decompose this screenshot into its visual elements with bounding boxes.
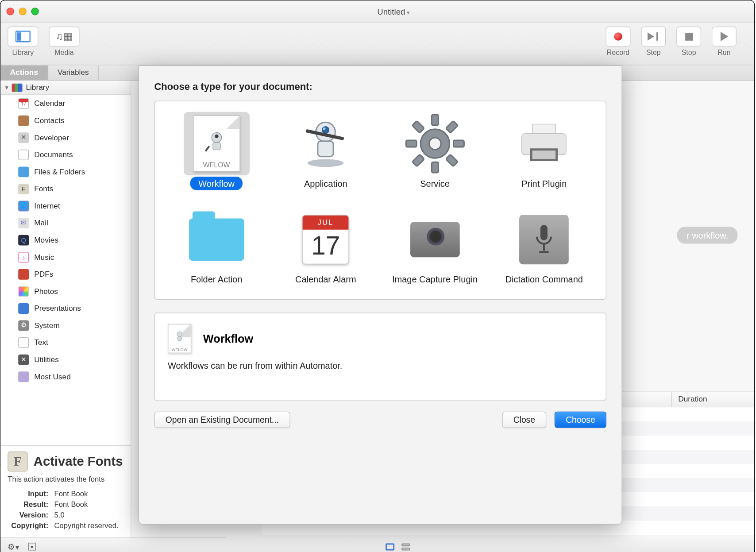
- minimize-window-button[interactable]: [19, 8, 27, 15]
- automator-robot-icon: [204, 130, 229, 155]
- close-button[interactable]: Close: [502, 412, 546, 428]
- type-application[interactable]: Application: [271, 112, 380, 190]
- sidebar-item-movies[interactable]: QMovies: [0, 232, 131, 249]
- window-title: Untitled▾: [39, 7, 748, 16]
- svg-point-9: [323, 127, 326, 130]
- sidebar: ▼ Library 17Calendar Contacts ✕Developer…: [0, 81, 131, 537]
- svg-rect-21: [446, 154, 458, 166]
- svg-rect-11: [318, 141, 333, 157]
- svg-rect-26: [540, 225, 548, 240]
- sidebar-item-photos[interactable]: Photos: [0, 282, 131, 300]
- calendar-icon-large: JUL17: [293, 208, 359, 271]
- svg-rect-14: [432, 115, 438, 125]
- tab-variables[interactable]: Variables: [48, 66, 99, 80]
- svg-rect-16: [406, 140, 417, 147]
- sidebar-item-mail[interactable]: ✉Mail: [0, 214, 131, 232]
- pdf-icon: [18, 269, 29, 279]
- sidebar-item-developer[interactable]: ✕Developer: [0, 129, 131, 146]
- svg-rect-30: [177, 337, 181, 341]
- close-window-button[interactable]: [7, 8, 14, 15]
- action-title: FActivate Fonts: [8, 452, 123, 471]
- svg-rect-25: [532, 151, 556, 159]
- utilities-icon: ✕: [18, 354, 29, 365]
- toggle-description-icon[interactable]: ▾: [28, 543, 36, 550]
- sidebar-item-contacts[interactable]: Contacts: [0, 112, 131, 129]
- application-icon: [300, 118, 351, 170]
- sidebar-item-text[interactable]: Text: [0, 334, 131, 351]
- record-icon: [614, 32, 622, 41]
- library-header[interactable]: ▼ Library: [0, 81, 131, 95]
- view-flow-icon[interactable]: [386, 543, 394, 550]
- svg-point-3: [215, 135, 218, 138]
- type-image-capture[interactable]: Image Capture Plugin: [380, 208, 490, 286]
- choose-button[interactable]: Choose: [555, 412, 606, 428]
- camera-icon: [402, 208, 468, 271]
- sidebar-item-system[interactable]: ⚙System: [0, 317, 131, 334]
- svg-rect-4: [213, 143, 220, 150]
- photos-icon: [18, 286, 29, 297]
- internet-icon: 🌐: [18, 201, 29, 211]
- printer-icon: [511, 112, 577, 176]
- zoom-window-button[interactable]: [31, 8, 39, 15]
- log-col-duration[interactable]: Duration: [672, 392, 754, 407]
- developer-icon: ✕: [18, 132, 29, 143]
- library-list: 17Calendar Contacts ✕Developer Documents…: [0, 95, 131, 445]
- presentations-icon: [18, 303, 29, 313]
- sheet-heading: Choose a type for your document:: [154, 81, 606, 93]
- step-button[interactable]: Step: [641, 27, 666, 57]
- fonts-icon: F: [18, 183, 29, 194]
- tab-actions[interactable]: Actions: [0, 66, 48, 80]
- type-dictation-command[interactable]: Dictation Command: [490, 208, 599, 286]
- gear-menu-icon[interactable]: ⚙︎▾: [8, 542, 19, 551]
- svg-rect-15: [432, 162, 438, 173]
- library-button[interactable]: Library: [8, 27, 38, 57]
- stop-button[interactable]: Stop: [676, 27, 701, 57]
- documents-icon: [18, 149, 29, 160]
- mostused-icon: [18, 371, 29, 382]
- status-bar: ⚙︎▾ ▾: [0, 537, 754, 552]
- sidebar-item-calendar[interactable]: 17Calendar: [0, 95, 131, 112]
- open-existing-button[interactable]: Open an Existing Document...: [154, 412, 290, 428]
- svg-rect-22: [532, 124, 556, 135]
- sidebar-item-utilities[interactable]: ✕Utilities: [0, 351, 131, 368]
- type-calendar-alarm[interactable]: JUL17 Calendar Alarm: [271, 208, 380, 286]
- svg-point-29: [177, 332, 182, 337]
- svg-line-5: [205, 146, 209, 151]
- selected-type-icon: WFLOW: [168, 324, 194, 355]
- mail-icon: ✉: [18, 217, 29, 228]
- svg-rect-19: [412, 154, 424, 166]
- record-button[interactable]: Record: [606, 27, 631, 57]
- svg-point-6: [308, 159, 344, 167]
- type-folder-action[interactable]: Folder Action: [162, 208, 271, 286]
- media-button[interactable]: ♫▦ Media: [49, 27, 79, 57]
- gear-icon: [402, 112, 468, 176]
- window-controls: [7, 8, 39, 15]
- view-list-icon[interactable]: [401, 543, 410, 550]
- text-icon: [18, 337, 29, 347]
- svg-rect-1: [17, 32, 21, 41]
- view-toggle: [386, 543, 410, 550]
- type-workflow[interactable]: WFLOW Workflow: [162, 112, 271, 190]
- microphone-icon: [511, 208, 577, 271]
- sidebar-item-mostused[interactable]: Most Used: [0, 368, 131, 385]
- type-service[interactable]: Service: [380, 112, 490, 190]
- document-type-grid: WFLOW Workflow Application Service Print…: [154, 100, 606, 300]
- sidebar-item-internet[interactable]: 🌐Internet: [0, 197, 131, 215]
- sidebar-item-files[interactable]: Files & Folders: [0, 163, 131, 180]
- svg-rect-17: [453, 140, 464, 147]
- sidebar-item-pdfs[interactable]: PDFs: [0, 266, 131, 283]
- font-icon: F: [8, 452, 27, 471]
- run-button[interactable]: Run: [712, 27, 737, 57]
- sidebar-item-presentations[interactable]: Presentations: [0, 300, 131, 317]
- type-print-plugin[interactable]: Print Plugin: [490, 112, 599, 190]
- contacts-icon: [18, 115, 29, 126]
- sidebar-item-documents[interactable]: Documents: [0, 146, 131, 163]
- sidebar-item-music[interactable]: ♪Music: [0, 248, 131, 266]
- selected-type-title: Workflow: [203, 332, 253, 345]
- svg-rect-20: [412, 121, 424, 133]
- system-icon: ⚙: [18, 320, 29, 331]
- disclosure-triangle-icon[interactable]: ▼: [4, 85, 9, 90]
- library-icon: [12, 83, 22, 92]
- sidebar-item-fonts[interactable]: FFonts: [0, 180, 131, 197]
- title-dropdown-icon[interactable]: ▾: [407, 9, 410, 16]
